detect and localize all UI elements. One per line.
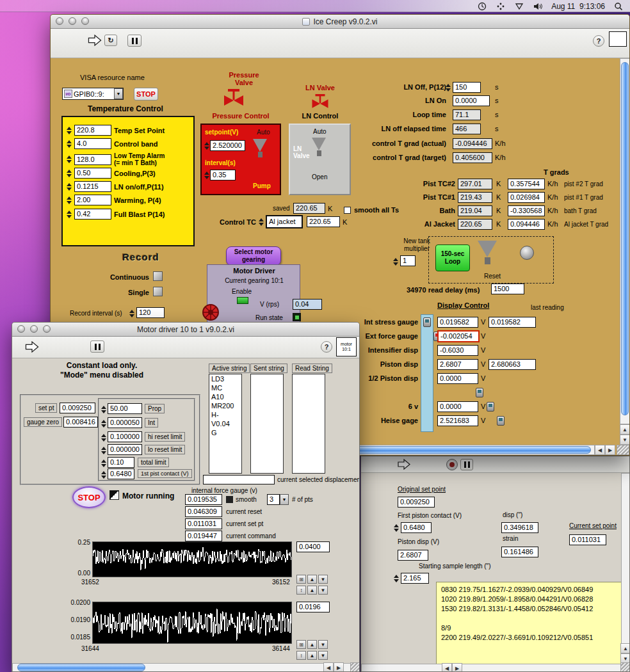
time-machine-clock-icon[interactable] — [477, 1, 487, 12]
close-button[interactable] — [56, 17, 63, 25]
chart-down-icon[interactable]: ▼ — [318, 575, 328, 584]
int-stress-switch[interactable] — [423, 317, 431, 327]
horizontal-scrollbar-thumb[interactable] — [17, 664, 145, 671]
sent-string-list[interactable] — [250, 374, 284, 474]
num-pts-dropdown[interactable]: 3 — [267, 494, 280, 505]
set-pt-field[interactable]: 0.009250 — [60, 403, 95, 413]
spinner[interactable] — [66, 138, 72, 149]
motor-titlebar[interactable]: Motor driver 10 to 1 v9.0.2.vi — [12, 323, 359, 337]
list-item[interactable]: MR200 — [209, 401, 241, 410]
visa-resource-combo[interactable]: I/O GPIB0::9: ▼ — [62, 88, 124, 100]
abort-button[interactable] — [446, 459, 458, 470]
continuous-toggle[interactable] — [153, 271, 163, 281]
int-spinner[interactable] — [101, 418, 106, 429]
first-contact-spinner[interactable] — [101, 469, 106, 480]
volume-icon[interactable] — [533, 1, 543, 12]
read-delay-field[interactable]: 1500 — [491, 284, 524, 294]
spinner[interactable] — [66, 195, 72, 205]
new-tank-spinner[interactable] — [392, 256, 398, 267]
loop-150sec-button[interactable]: 150-sec Loop — [435, 244, 470, 271]
spare-switch[interactable] — [476, 388, 483, 397]
ln-on-field[interactable]: 0.0000 — [453, 95, 490, 106]
hi-reset-field[interactable]: 0.100000 — [108, 431, 142, 442]
visa-stop-button[interactable]: STOP — [134, 88, 158, 100]
active-string-list[interactable]: LD3 MC A10 MR200 H- V0.04 G — [209, 374, 242, 474]
motor-wheel-icon[interactable] — [202, 303, 220, 324]
total-limit-spinner[interactable] — [101, 458, 106, 468]
chart-up-icon[interactable]: ▲ — [307, 586, 317, 595]
single-toggle[interactable] — [153, 287, 163, 296]
ln-off-spinner[interactable] — [445, 82, 451, 93]
interval-field[interactable]: 0.35 — [210, 170, 236, 180]
original-set-point-field[interactable]: 0.009250 — [398, 497, 435, 508]
control-tc-spinner[interactable] — [258, 216, 264, 227]
chart-up-icon[interactable]: ▲ — [307, 651, 317, 660]
motor-vi-icon[interactable]: motor 10:1 — [336, 337, 357, 356]
list-item[interactable]: G — [209, 428, 241, 437]
ln-onoff-field[interactable]: 0.1215 — [74, 181, 111, 192]
full-blast-field[interactable]: 0.42 — [74, 209, 111, 220]
spotlight-icon[interactable] — [613, 1, 624, 12]
temp-setpoint-field[interactable]: 220.8 — [74, 125, 111, 136]
chart-grid-icon[interactable]: ⊞ — [296, 640, 306, 649]
record-interval-spinner[interactable] — [129, 308, 134, 319]
num-pts-dropdown-arrow[interactable]: ▼ — [280, 494, 289, 505]
prop-field[interactable]: 50.00 — [108, 403, 142, 414]
vi-icon-pane[interactable] — [609, 31, 627, 47]
prop-spinner[interactable] — [101, 404, 106, 415]
run-button[interactable] — [88, 35, 102, 49]
chart-grid-icon[interactable]: ⊞ — [296, 575, 306, 584]
int-field[interactable]: 0.000050 — [108, 417, 142, 428]
motor-stop-button[interactable]: STOP — [72, 486, 106, 508]
resize-grip[interactable] — [350, 662, 360, 672]
menubar-dots-icon[interactable] — [496, 1, 506, 12]
chart-down-icon[interactable]: ▼ — [318, 640, 328, 649]
first-piston-contact-field[interactable]: 0.6480 — [401, 522, 432, 533]
pressure-valve-knob[interactable] — [253, 139, 267, 157]
scroll-right-arrow[interactable]: ▶ — [334, 662, 344, 672]
spinner[interactable] — [66, 168, 72, 179]
run-button[interactable] — [398, 459, 410, 472]
list-item[interactable]: V0.04 — [209, 419, 241, 428]
gauge-zero-field[interactable]: 0.008416 — [63, 417, 98, 428]
ln-valve-knob[interactable] — [312, 138, 326, 156]
spinner[interactable] — [66, 154, 72, 165]
total-limit-field[interactable]: 0.10 — [108, 457, 134, 468]
list-item[interactable]: LD3 — [209, 374, 241, 383]
pause-button[interactable] — [127, 35, 141, 47]
scroll-left-arrow[interactable]: ◀ — [323, 662, 334, 672]
scroll-up-arrow[interactable]: ▲ — [620, 643, 630, 653]
scroll-left-arrow[interactable]: ◀ — [442, 663, 452, 672]
new-tank-field[interactable]: 1 — [400, 255, 416, 266]
smooth-all-ts-checkbox[interactable] — [344, 207, 351, 214]
scroll-up-arrow[interactable]: ▲ — [620, 424, 630, 435]
cooling-field[interactable]: 0.50 — [74, 168, 111, 179]
warming-field[interactable]: 2.00 — [74, 195, 111, 205]
scroll-down-arrow[interactable]: ▼ — [620, 435, 630, 445]
chart-up-icon[interactable]: ▲ — [307, 640, 317, 649]
ln-off-field[interactable]: 150 — [453, 82, 481, 93]
run-continuously-button[interactable]: ↻ — [104, 35, 117, 46]
minimize-button[interactable] — [69, 17, 76, 25]
close-button[interactable] — [17, 325, 25, 333]
heise-switch[interactable] — [497, 416, 505, 426]
enable-toggle[interactable] — [237, 297, 248, 304]
scroll-right-arrow[interactable]: ▶ — [605, 445, 615, 455]
low-temp-alarm-field[interactable]: 128.0 — [74, 154, 111, 165]
starting-sample-length-spinner[interactable] — [393, 573, 399, 584]
read-string-list[interactable] — [292, 374, 325, 474]
resize-grip[interactable] — [617, 445, 629, 455]
record-interval-field[interactable]: 120 — [136, 307, 165, 318]
setpoint-spinner[interactable] — [204, 140, 209, 151]
hi-reset-spinner[interactable] — [101, 432, 106, 443]
chart-axis-icon[interactable]: ↕ — [296, 586, 306, 595]
setpoint-field[interactable]: 2.520000 — [210, 140, 245, 151]
spinner[interactable] — [66, 125, 72, 136]
visa-dropdown-arrow[interactable]: ▼ — [114, 88, 123, 99]
smooth-checkbox[interactable] — [226, 496, 233, 503]
run-button[interactable] — [25, 341, 39, 355]
pause-button[interactable] — [460, 459, 473, 470]
vertical-scrollbar-thumb[interactable] — [621, 62, 629, 415]
menubar-clock[interactable]: Aug 11 9:13:06 — [551, 2, 605, 11]
spinner[interactable] — [66, 209, 72, 220]
